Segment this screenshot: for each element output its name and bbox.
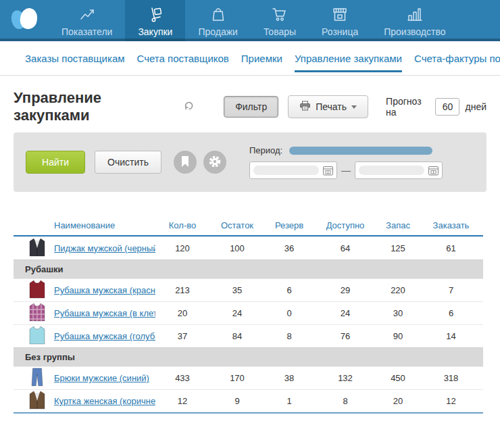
nav-item-production[interactable]: Производство xyxy=(371,0,458,41)
value-cell: 24 xyxy=(209,308,265,318)
nav-item-sales[interactable]: Продажи xyxy=(185,0,250,41)
period-range-slider[interactable] xyxy=(289,147,432,155)
value-cell: 12 xyxy=(419,396,483,406)
product-thumbnail xyxy=(28,302,46,324)
value-cell: 132 xyxy=(314,373,377,383)
product-name-cell: Брюки мужские (синий) xyxy=(14,367,155,389)
nav-item-indicators[interactable]: Показатели xyxy=(49,0,125,41)
value-cell: 36 xyxy=(265,243,314,253)
nav-item-purchases[interactable]: Закупки xyxy=(125,0,185,41)
product-thumbnail xyxy=(28,367,46,389)
column-header-stock: Остаток xyxy=(209,220,265,230)
product-thumbnail xyxy=(28,237,46,259)
nav-item-retail[interactable]: Розница xyxy=(309,0,371,41)
group-header-row: Рубашки xyxy=(14,259,483,278)
column-header-supply: Запас xyxy=(377,220,419,230)
nav-item-goods[interactable]: Товары xyxy=(251,0,309,41)
value-cell: 318 xyxy=(419,373,483,383)
purchases-table: Наименование Кол-во Остаток Резерв Досту… xyxy=(14,215,483,414)
nav-item-label: Товары xyxy=(264,26,296,37)
bookmark-icon xyxy=(180,155,190,170)
subnav-item-supplier-invoices[interactable]: Счета поставщиков xyxy=(137,41,229,75)
jacket-icon xyxy=(28,390,46,410)
subnav-item-received-invoices[interactable]: Счета-фактуры пол xyxy=(414,41,500,75)
product-link[interactable]: Рубашка мужская (голубой) xyxy=(54,331,155,341)
table-row: Рубашка мужская (красный)213356292207 xyxy=(14,278,483,301)
print-button[interactable]: Печать xyxy=(288,95,368,118)
table-header-row: Наименование Кол-во Остаток Резерв Досту… xyxy=(14,215,483,237)
value-cell: 90 xyxy=(377,331,419,341)
value-cell: 220 xyxy=(377,285,419,295)
value-cell: 24 xyxy=(314,308,377,318)
table-row: Брюки мужские (синий)43317038132450318 xyxy=(14,366,483,389)
table-row: Рубашка мужская (в клетку)2024024306 xyxy=(14,301,483,324)
column-header-order: Заказать xyxy=(419,220,483,230)
value-cell: 1 xyxy=(265,396,314,406)
date-from-value xyxy=(253,166,319,175)
forecast-label: Прогноз на xyxy=(386,96,430,118)
filter-panel: Найти Очистить Период: — xyxy=(14,132,486,192)
filter-button[interactable]: Фильтр xyxy=(224,96,278,118)
forecast-unit-label: дней xyxy=(465,101,486,112)
nav-item-label: Продажи xyxy=(198,26,237,37)
column-header-reserve: Резерв xyxy=(265,220,314,230)
app-logo[interactable] xyxy=(0,0,49,41)
cart-icon xyxy=(271,6,289,24)
value-cell: 29 xyxy=(314,285,377,295)
factory-icon xyxy=(406,6,424,24)
product-name-cell: Рубашка мужская (голубой) xyxy=(14,325,155,347)
subnav-item-purchase-management[interactable]: Управление закупками xyxy=(295,41,402,75)
period-label: Период: xyxy=(249,145,282,155)
period-block: Период: — xyxy=(249,145,443,179)
value-cell: 84 xyxy=(209,331,265,341)
find-button[interactable]: Найти xyxy=(26,151,85,174)
jacket-icon xyxy=(28,237,46,257)
forecast-days-input[interactable] xyxy=(435,98,459,116)
product-link[interactable]: Рубашка мужская (в клетку) xyxy=(54,308,155,318)
value-cell: 0 xyxy=(265,308,314,318)
product-link[interactable]: Рубашка мужская (красный) xyxy=(54,285,155,295)
value-cell: 100 xyxy=(209,243,265,253)
column-header-quantity: Кол-во xyxy=(155,220,209,230)
date-to-value xyxy=(359,166,424,175)
page-title: Управление закупками xyxy=(14,89,174,124)
gear-icon xyxy=(208,155,222,170)
storefront-icon xyxy=(331,6,349,24)
value-cell: 35 xyxy=(209,285,265,295)
subnav-item-supplier-orders[interactable]: Заказы поставщикам xyxy=(25,41,125,75)
product-link[interactable]: Пиджак мужской (черный) xyxy=(54,243,155,253)
value-cell: 64 xyxy=(314,243,377,253)
nav-item-label: Розница xyxy=(322,26,358,37)
refresh-icon xyxy=(184,103,194,113)
column-header-available: Доступно xyxy=(314,220,377,230)
forecast-control: Прогноз на дней xyxy=(386,96,486,118)
table-body: Пиджак мужской (черный)120100366412561Ру… xyxy=(14,237,483,412)
product-link[interactable]: Брюки мужские (синий) xyxy=(54,373,149,383)
top-navigation: Показатели Закупки Продажи Товары Розниц… xyxy=(0,0,500,41)
table-row: Рубашка мужская (голубой)37848769014 xyxy=(14,324,483,347)
product-link[interactable]: Куртка женская (коричневый) xyxy=(54,396,155,406)
nav-item-label: Показатели xyxy=(61,26,112,37)
date-to-input[interactable] xyxy=(355,161,443,179)
value-cell: 76 xyxy=(314,331,377,341)
settings-button[interactable] xyxy=(203,151,226,174)
nav-item-label: Производство xyxy=(384,26,445,37)
value-cell: 8 xyxy=(314,396,377,406)
date-from-input[interactable] xyxy=(249,161,337,179)
table-row: Куртка женская (коричневый)129182012 xyxy=(14,389,483,412)
subnav-item-receivings[interactable]: Приемки xyxy=(241,41,282,75)
value-cell: 170 xyxy=(209,373,265,383)
column-header-name: Наименование xyxy=(14,220,155,230)
calendar-icon[interactable] xyxy=(322,165,334,176)
table-row: Пиджак мужской (черный)120100366412561 xyxy=(14,237,483,259)
value-cell: 8 xyxy=(265,331,314,341)
refresh-button[interactable] xyxy=(182,99,195,114)
calendar-icon[interactable] xyxy=(428,165,439,176)
value-cell: 6 xyxy=(265,285,314,295)
nav-item-label: Закупки xyxy=(138,26,172,37)
clear-button[interactable]: Очистить xyxy=(95,151,161,174)
title-row: Управление закупками Фильтр Печать Прогн… xyxy=(14,93,486,120)
bookmark-button[interactable] xyxy=(174,151,197,174)
value-cell: 38 xyxy=(265,373,314,383)
value-cell: 450 xyxy=(377,373,419,383)
